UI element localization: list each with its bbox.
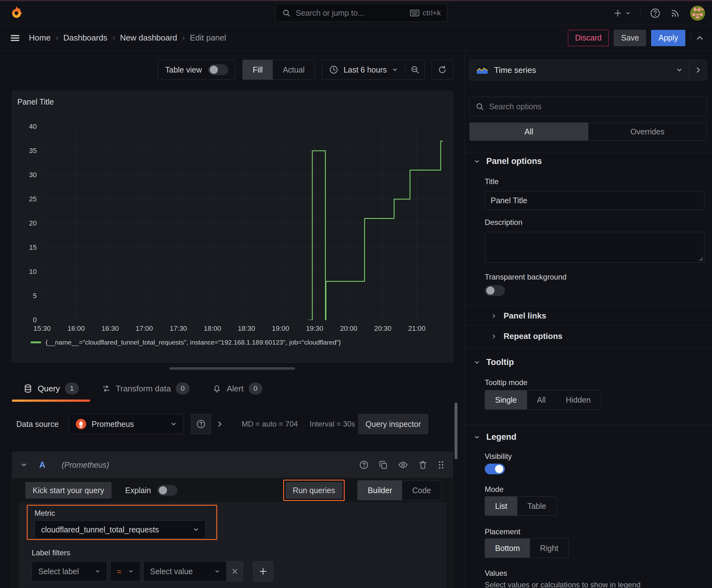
datasource-picker[interactable]: Prometheus [69, 414, 184, 434]
table-view-toggle[interactable] [208, 64, 228, 75]
legend-table-option[interactable]: Table [517, 497, 556, 516]
builder-option[interactable]: Builder [358, 481, 402, 500]
tab-alert-count: 0 [249, 383, 262, 395]
panel-links-section[interactable]: Panel links [491, 311, 546, 321]
global-search[interactable]: ctrl+k [275, 4, 447, 22]
delete-query-icon[interactable] [418, 460, 428, 469]
legend-header[interactable]: Legend [474, 432, 516, 442]
repeat-options-section[interactable]: Repeat options [491, 331, 563, 341]
chevron-right-icon[interactable] [216, 420, 223, 428]
plus-icon [613, 8, 623, 18]
legend-series-label[interactable]: {__name__="cloudflared_tunnel_total_requ… [45, 339, 341, 346]
user-avatar[interactable] [690, 6, 705, 21]
options-tabs: All Overrides [469, 123, 707, 141]
query-help-icon[interactable] [359, 460, 369, 469]
select-label-dropdown[interactable]: Select label [32, 561, 107, 582]
duplicate-query-icon[interactable] [379, 460, 388, 469]
drag-handle-icon[interactable] [438, 460, 445, 470]
actual-option[interactable]: Actual [273, 60, 315, 80]
scrollbar-thumb[interactable] [455, 403, 457, 459]
toggle-visibility-icon[interactable] [398, 460, 408, 470]
breadcrumb-dashboards[interactable]: Dashboards [63, 33, 107, 43]
top-nav: ctrl+k [0, 0, 712, 25]
transparent-background-toggle[interactable] [485, 285, 505, 296]
placement-right-option[interactable]: Right [530, 539, 568, 558]
query-inspector-button[interactable]: Query inspector [358, 414, 428, 434]
panel-toolbar: Table view Fill Actual Last 6 hours [158, 60, 453, 80]
zoom-out-button[interactable] [405, 65, 425, 75]
viz-suggestions-button[interactable] [689, 60, 707, 80]
tab-alert[interactable]: Alert 0 [201, 375, 274, 402]
new-menu-button[interactable] [613, 8, 631, 18]
split-drag-handle[interactable] [169, 367, 295, 370]
window-top-strip [0, 0, 712, 1]
operator-dropdown[interactable]: = [110, 561, 140, 582]
tooltip-hidden-option[interactable]: Hidden [556, 391, 601, 409]
search-icon [282, 8, 291, 17]
explain-toggle[interactable] [157, 485, 177, 496]
legend-visibility-toggle[interactable] [485, 464, 505, 474]
legend-list-option[interactable]: List [485, 497, 517, 516]
label-filters-row: Select label = Select value [32, 561, 273, 582]
x-tick-label: 18:30 [232, 324, 261, 333]
divider [464, 425, 712, 425]
explain-label: Explain [125, 486, 151, 495]
apply-button[interactable]: Apply [651, 30, 685, 46]
select-value-dropdown[interactable]: Select value [144, 561, 226, 582]
refresh-button[interactable] [432, 60, 453, 80]
time-range-picker[interactable]: Last 6 hours [322, 65, 405, 75]
breadcrumb-new-dashboard[interactable]: New dashboard [120, 33, 177, 43]
help-button[interactable] [650, 8, 661, 19]
breadcrumb-edit-panel: Edit panel [190, 33, 226, 43]
bell-icon [212, 384, 222, 393]
query-row-header[interactable]: A (Prometheus) [12, 452, 453, 478]
tab-all[interactable]: All [470, 123, 588, 141]
kick-start-query-button[interactable]: Kick start your query [25, 482, 111, 499]
metric-label: Metric [35, 509, 216, 518]
placement-bottom-option[interactable]: Bottom [485, 539, 530, 558]
add-filter-button[interactable] [253, 561, 273, 582]
chevron-down-icon [170, 421, 177, 427]
tab-query[interactable]: Query 1 [12, 375, 90, 402]
news-button[interactable] [670, 8, 681, 19]
menu-toggle-button[interactable] [8, 31, 22, 45]
visualization-picker[interactable]: Time series [470, 60, 689, 80]
legend-swatch[interactable] [30, 341, 41, 343]
query-refid[interactable]: A [39, 460, 45, 470]
global-search-input[interactable] [296, 8, 405, 18]
grafana-logo-icon[interactable] [9, 5, 24, 20]
panel-title[interactable]: Panel Title [17, 97, 54, 106]
run-queries-button[interactable]: Run queries [286, 482, 343, 499]
description-input[interactable] [485, 232, 705, 262]
prometheus-icon [75, 418, 87, 430]
options-search[interactable] [469, 97, 707, 116]
collapse-editor-button[interactable] [696, 34, 704, 42]
chevron-down-icon[interactable] [20, 461, 27, 468]
tooltip-header[interactable]: Tooltip [474, 357, 514, 367]
time-series-chart[interactable] [42, 127, 449, 320]
discard-button[interactable]: Discard [568, 30, 609, 46]
y-tick-label: 20 [12, 219, 37, 228]
panel-title-input[interactable] [485, 191, 705, 210]
series-line[interactable] [309, 141, 442, 320]
tooltip-single-option[interactable]: Single [485, 391, 527, 409]
options-search-input[interactable] [489, 102, 701, 111]
options-pane: Time series All Overrides Panel options … [464, 51, 712, 588]
tab-transform-data[interactable]: Transform data 0 [90, 375, 201, 402]
tooltip-all-option[interactable]: All [527, 391, 556, 409]
time-picker-group: Last 6 hours [322, 60, 425, 80]
code-option[interactable]: Code [402, 481, 441, 500]
save-button[interactable]: Save [614, 30, 646, 46]
panel-options-header[interactable]: Panel options [474, 156, 542, 166]
select-value-placeholder: Select value [150, 567, 193, 576]
fill-option[interactable]: Fill [243, 60, 273, 80]
breadcrumb-home[interactable]: Home [29, 33, 50, 43]
tab-overrides[interactable]: Overrides [588, 123, 707, 141]
remove-filter-button[interactable] [226, 561, 243, 582]
metric-select[interactable]: cloudflared_tunnel_total_requests [35, 521, 206, 539]
chevron-down-icon [474, 158, 480, 165]
search-shortcut: ctrl+k [410, 8, 441, 17]
resize-handle-icon[interactable] [698, 256, 703, 261]
y-tick-label: 0 [12, 316, 37, 324]
datasource-help-button[interactable] [191, 414, 211, 434]
